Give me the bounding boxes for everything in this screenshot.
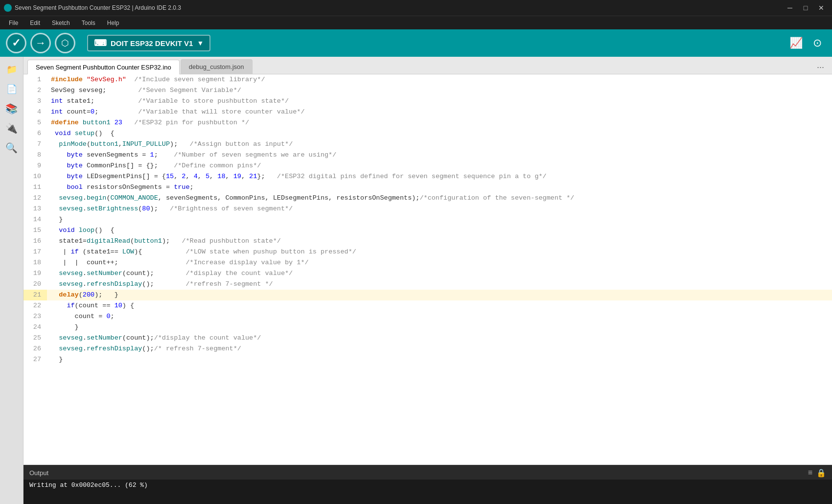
board-selector[interactable]: ⌨ DOIT ESP32 DEVKIT V1 ▼ <box>87 35 210 51</box>
search-icon: 🔍 <box>5 142 18 154</box>
line-number: 9 <box>23 160 47 171</box>
line-code[interactable]: } <box>47 214 832 225</box>
line-number: 24 <box>23 322 47 333</box>
upload-button[interactable]: → <box>30 33 51 53</box>
line-code[interactable]: SevSeg sevseg; /*Seven Segment Variable*… <box>47 85 832 96</box>
table-row: 5 #define button1 23 /*ESP32 pin for pus… <box>23 117 832 128</box>
output-panel: Output ≡ 🔒 Writing at 0x0002ec05... (62 … <box>23 465 832 504</box>
serial-plotter-button[interactable]: 📈 <box>787 34 805 52</box>
line-code[interactable]: void setup() { <box>47 128 832 139</box>
line-code[interactable]: #define button1 23 /*ESP32 pin for pushb… <box>47 117 832 128</box>
table-row: 8 byte sevenSegments = 1; /*Number of se… <box>23 150 832 160</box>
line-number: 18 <box>23 257 47 268</box>
line-code[interactable]: delay(200); } <box>47 290 832 300</box>
line-code[interactable]: sevseg.begin(COMMON_ANODE, sevenSegments… <box>47 193 832 204</box>
menubar: File Edit Sketch Tools Help <box>0 16 832 29</box>
table-row: 27 } <box>23 354 832 365</box>
table-row: 25 sevseg.setNumber(count);/*display the… <box>23 333 832 344</box>
table-row: 13 sevseg.setBrightness(80); /*Brightnes… <box>23 204 832 214</box>
line-code[interactable]: sevseg.refreshDisplay(); /*refresh 7-seg… <box>47 279 832 290</box>
line-code[interactable]: void loop() { <box>47 225 832 236</box>
line-code[interactable]: bool resistorsOnSegments = true; <box>47 182 832 193</box>
table-row: 3 int state1; /*Variable to store pushbu… <box>23 96 832 107</box>
line-code[interactable]: byte sevenSegments = 1; /*Number of seve… <box>47 150 832 160</box>
sidebar-file-button[interactable]: 📄 <box>3 80 21 98</box>
menu-sketch[interactable]: Sketch <box>47 19 75 27</box>
line-number: 5 <box>23 117 47 128</box>
file-icon: 📄 <box>6 84 17 94</box>
library-icon: 📚 <box>5 103 18 115</box>
sidebar-folder-button[interactable]: 📁 <box>3 61 21 78</box>
line-code[interactable]: | | count++; /*Increase display value by… <box>47 257 832 268</box>
line-number: 23 <box>23 311 47 322</box>
serial-monitor-button[interactable]: ⊙ <box>809 34 826 52</box>
table-row: 11 bool resistorsOnSegments = true; <box>23 182 832 193</box>
titlebar: Seven Segment Pushbutton Counter ESP32 |… <box>0 0 832 16</box>
sidebar-search-button[interactable]: 🔍 <box>3 139 21 157</box>
window-title: Seven Segment Pushbutton Counter ESP32 |… <box>15 4 181 11</box>
line-number: 11 <box>23 182 47 193</box>
table-row: 19 sevseg.setNumber(count); /*display th… <box>23 268 832 279</box>
table-row: 10 byte LEDsegmentPins[] = {15, 2, 4, 5,… <box>23 171 832 182</box>
line-code[interactable]: sevseg.setNumber(count);/*display the co… <box>47 333 832 344</box>
table-row: 4 int count=0; /*Variable that will stor… <box>23 107 832 117</box>
line-number: 22 <box>23 300 47 311</box>
line-code[interactable]: byte CommonPins[] = {}; /*Define common … <box>47 160 832 171</box>
line-code[interactable]: sevseg.setBrightness(80); /*Brightness o… <box>47 204 832 214</box>
table-row: 12 sevseg.begin(COMMON_ANODE, sevenSegme… <box>23 193 832 204</box>
table-row: 22 if(count == 10) { <box>23 300 832 311</box>
menu-file[interactable]: File <box>4 19 23 27</box>
close-button[interactable]: ✕ <box>814 1 828 15</box>
menu-tools[interactable]: Tools <box>77 19 100 27</box>
output-header: Output ≡ 🔒 <box>23 466 832 480</box>
tab-more-button[interactable]: ... <box>813 60 828 70</box>
table-row: 24 } <box>23 322 832 333</box>
line-code[interactable]: #include "SevSeg.h" /*Include seven segm… <box>47 74 832 85</box>
table-row: 15 void loop() { <box>23 225 832 236</box>
table-row: 6 void setup() { <box>23 128 832 139</box>
debug-button[interactable]: ⬡ <box>55 33 75 53</box>
minimize-button[interactable]: ─ <box>783 1 797 15</box>
menu-edit[interactable]: Edit <box>25 19 45 27</box>
line-code[interactable]: int state1; /*Variable to store pushbutt… <box>47 96 832 107</box>
table-row: 1 #include "SevSeg.h" /*Include seven se… <box>23 74 832 85</box>
line-code[interactable]: if(count == 10) { <box>47 300 832 311</box>
line-number: 6 <box>23 128 47 139</box>
table-row: 9 byte CommonPins[] = {}; /*Define commo… <box>23 160 832 171</box>
output-menu-button[interactable]: ≡ <box>808 468 812 478</box>
upload-arrow-icon: → <box>35 37 46 49</box>
line-code[interactable]: int count=0; /*Variable that will store … <box>47 107 832 117</box>
line-number: 17 <box>23 247 47 257</box>
check-icon: ✓ <box>12 37 21 49</box>
output-lock-button[interactable]: 🔒 <box>816 468 826 478</box>
line-code[interactable]: byte LEDsegmentPins[] = {15, 2, 4, 5, 18… <box>47 171 832 182</box>
maximize-button[interactable]: □ <box>799 1 812 15</box>
toolbar: ✓ → ⬡ ⌨ DOIT ESP32 DEVKIT V1 ▼ 📈 ⊙ <box>0 29 832 57</box>
sidebar-boards-button[interactable]: 🔌 <box>3 119 21 137</box>
titlebar-controls: ─ □ ✕ <box>783 1 828 15</box>
tabbar: Seven Segment Pushbutton Counter ESP32.i… <box>23 57 832 74</box>
verify-button[interactable]: ✓ <box>6 33 26 53</box>
serial-monitor-icon: ⊙ <box>813 37 822 49</box>
code-editor[interactable]: 1 #include "SevSeg.h" /*Include seven se… <box>23 74 832 465</box>
line-code[interactable]: } <box>47 322 832 333</box>
line-number: 12 <box>23 193 47 204</box>
line-code[interactable]: | if (state1== LOW){ /*LOW state when pu… <box>47 247 832 257</box>
line-code[interactable]: state1=digitalRead(button1); /*Read push… <box>47 236 832 247</box>
line-code[interactable]: sevseg.setNumber(count); /*display the c… <box>47 268 832 279</box>
titlebar-left: Seven Segment Pushbutton Counter ESP32 |… <box>4 4 181 12</box>
line-number: 10 <box>23 171 47 182</box>
tab-debug-json[interactable]: debug_custom.json <box>181 59 253 74</box>
line-code[interactable]: sevseg.refreshDisplay();/* refresh 7-seg… <box>47 344 832 354</box>
boards-icon: 🔌 <box>5 122 18 134</box>
line-number: 27 <box>23 354 47 365</box>
line-code[interactable]: } <box>47 354 832 365</box>
line-code[interactable]: pinMode(button1,INPUT_PULLUP); /*Assign … <box>47 139 832 150</box>
line-number: 2 <box>23 85 47 96</box>
dropdown-icon: ▼ <box>197 39 204 47</box>
tab-main-ino[interactable]: Seven Segment Pushbutton Counter ESP32.i… <box>27 60 180 74</box>
menu-help[interactable]: Help <box>102 19 124 27</box>
sidebar: 📁 📄 📚 🔌 🔍 <box>0 57 23 504</box>
sidebar-library-button[interactable]: 📚 <box>3 100 21 117</box>
line-code[interactable]: count = 0; <box>47 311 832 322</box>
